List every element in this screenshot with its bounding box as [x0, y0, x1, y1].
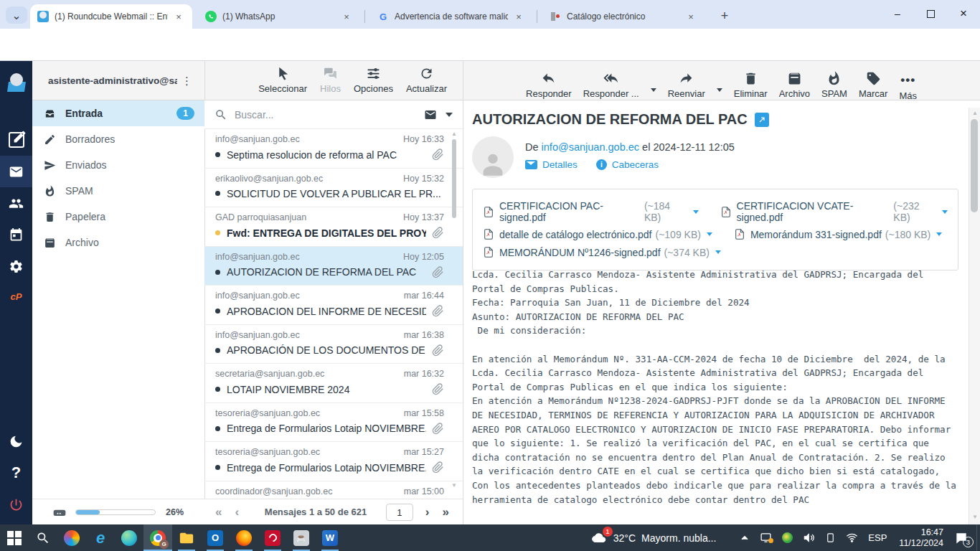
account-header[interactable]: asistente-administrativo@sa... ⋮ [32, 61, 204, 100]
sender-email-link[interactable]: info@sanjuan.gob.ec [542, 141, 639, 153]
spam-button[interactable]: SPAM [821, 66, 847, 99]
next-page-button[interactable]: › [419, 505, 436, 519]
options-button[interactable]: Opciones [354, 61, 393, 94]
attachment-menu-caret-icon[interactable] [707, 232, 712, 236]
folder-borradores[interactable]: Borradores [32, 126, 204, 152]
tab-close-icon[interactable]: × [340, 10, 353, 23]
last-page-button[interactable]: » [436, 505, 456, 519]
search-scope-mail-icon[interactable] [424, 108, 437, 121]
list-scrollbar[interactable]: ▲ ▼ [451, 131, 457, 274]
app-icon-generic[interactable]: ☕ [287, 524, 316, 551]
folder-enviados[interactable]: Enviados [32, 152, 204, 178]
mark-button[interactable]: Marcar [859, 66, 887, 99]
select-button[interactable]: Seleccionar [258, 61, 307, 94]
chrome-icon[interactable]: G [143, 524, 172, 551]
acrobat-icon[interactable] [258, 524, 287, 551]
first-page-button[interactable]: « [209, 505, 228, 519]
refresh-button[interactable]: Actualizar [406, 61, 447, 94]
tray-device-icon[interactable] [825, 532, 836, 543]
start-button[interactable] [0, 524, 29, 551]
message-row[interactable]: coordinador@sanjuan.gob.ecmar 15:00 [204, 481, 463, 499]
settings-nav-icon[interactable] [0, 250, 32, 282]
taskbar-search-icon[interactable] [29, 524, 57, 551]
file-explorer-icon[interactable] [172, 524, 201, 551]
taskbar-clock[interactable]: 16:47 11/12/2024 [899, 527, 943, 549]
prev-page-button[interactable]: ‹ [228, 505, 245, 519]
edge-icon[interactable] [115, 524, 143, 551]
internet-explorer-icon[interactable]: e [86, 524, 115, 551]
reply-all-button[interactable]: Responder ... [583, 66, 639, 99]
tab-roundcube[interactable]: (1) Roundcube Webmail :: Entra × [30, 4, 192, 29]
search-options-chevron-icon[interactable] [446, 113, 453, 117]
account-menu-icon[interactable]: ⋮ [182, 75, 192, 88]
tray-volume-icon[interactable] [803, 532, 815, 544]
tray-wifi-icon[interactable] [846, 532, 858, 544]
tab-catalogo[interactable]: Catálogo electrónico × [542, 4, 705, 29]
window-close-button[interactable]: × [947, 0, 980, 27]
language-indicator[interactable]: ESP [868, 532, 887, 543]
firefox-icon[interactable] [230, 524, 258, 551]
folder-spam[interactable]: SPAM [32, 178, 204, 204]
attachment-chip[interactable]: CERTIFICACION VCATE-signed.pdf(~232 KB) [720, 200, 948, 223]
message-row[interactable]: info@sanjuan.gob.ecmar 16:44 APROBACION … [204, 286, 463, 325]
window-minimize-button[interactable]: – [881, 0, 914, 27]
message-row[interactable]: info@sanjuan.gob.ecmar 16:38 APROBACIÓN … [204, 325, 463, 364]
archive-button[interactable]: Archivo [779, 66, 810, 99]
search-input[interactable] [235, 109, 424, 121]
tab-close-icon[interactable]: × [684, 10, 697, 23]
message-row[interactable]: tesoreria@sanjuan.gob.ecmar 15:27 Entreg… [204, 442, 463, 481]
message-row-selected[interactable]: info@sanjuan.gob.ecHoy 12:05 AUTORIZACIO… [204, 247, 463, 286]
threads-button[interactable]: Hilos [320, 61, 341, 94]
message-row[interactable]: tesoreria@sanjuan.gob.ecmar 15:58 Entreg… [204, 403, 463, 443]
help-icon[interactable]: ? [0, 457, 32, 489]
reading-scrollbar[interactable]: ▲ ▼ [969, 108, 980, 524]
message-row[interactable]: GAD parroquiasanjuanHoy 13:37 Fwd: ENTRE… [204, 207, 463, 247]
tab-advertencia[interactable]: G Advertencia de software malic × [370, 4, 532, 29]
dark-mode-icon[interactable] [0, 425, 32, 457]
attachment-chip[interactable]: MEMORÁNDUM Nº1246-signed.pdf(~374 KB) [483, 245, 721, 259]
headers-toggle[interactable]: iCabeceras [596, 159, 659, 170]
tab-close-icon[interactable]: × [172, 10, 185, 23]
window-restore-button[interactable] [914, 0, 947, 27]
open-in-new-window-icon[interactable] [755, 113, 769, 127]
tab-close-icon[interactable]: × [512, 10, 525, 23]
tab-list-chevron-icon[interactable]: ⌄ [6, 6, 27, 24]
message-row[interactable]: secretaria@sanjuan.gob.ecmar 16:32 LOTAI… [204, 364, 463, 403]
details-toggle[interactable]: Detalles [525, 159, 578, 170]
cpanel-logo[interactable]: cP [0, 281, 32, 312]
tab-whatsapp[interactable]: (1) WhatsApp × [198, 4, 360, 29]
message-row[interactable]: info@sanjuan.gob.ecHoy 16:33 Septima res… [204, 129, 463, 169]
attachment-menu-caret-icon[interactable] [936, 232, 942, 236]
show-desktop-strip[interactable] [976, 524, 980, 551]
folder-archivo[interactable]: Archivo [32, 230, 204, 255]
weather-widget[interactable]: 1 32°C Mayorm. nubla... [590, 530, 717, 546]
message-row[interactable]: erikaolivo@sanjuan.gob.ecHoy 15:32 SOLIC… [204, 169, 463, 208]
notification-center-icon[interactable]: 3 [951, 524, 972, 551]
delete-button[interactable]: Eliminar [734, 66, 768, 99]
reply-button[interactable]: Responder [526, 66, 572, 99]
tray-cast-icon[interactable] [760, 532, 772, 544]
logout-icon[interactable] [0, 489, 32, 520]
forward-caret-icon[interactable] [717, 88, 722, 92]
folder-papelera[interactable]: Papelera [32, 204, 204, 230]
copilot-icon[interactable] [57, 524, 86, 551]
attachment-chip[interactable]: detalle de catálogo electrónico.pdf(~109… [483, 227, 712, 241]
forward-button[interactable]: Reenviar [668, 66, 705, 99]
tray-antivirus-icon[interactable] [782, 532, 793, 543]
mail-nav-icon[interactable] [0, 156, 32, 187]
attachment-menu-caret-icon[interactable] [942, 210, 948, 214]
folder-entrada[interactable]: Entrada1 [32, 100, 204, 126]
page-number-input[interactable]: 1 [386, 504, 413, 521]
outlook-icon[interactable]: O [201, 524, 230, 551]
attachment-menu-caret-icon[interactable] [693, 210, 699, 214]
compose-icon[interactable] [0, 124, 32, 156]
tray-expand-chevron-icon[interactable] [740, 533, 750, 543]
attachment-chip[interactable]: CERTIFICACION PAC-signed.pdf(~184 KB) [483, 200, 699, 223]
more-button[interactable]: •••Más [899, 66, 917, 101]
new-tab-button[interactable]: + [715, 6, 735, 26]
reply-all-caret-icon[interactable] [651, 88, 656, 92]
attachment-chip[interactable]: Memorándum 331-signed.pdf(~180 KB) [734, 227, 942, 241]
contacts-nav-icon[interactable] [0, 187, 32, 219]
attachment-menu-caret-icon[interactable] [715, 250, 721, 254]
calendar-nav-icon[interactable] [0, 219, 32, 250]
